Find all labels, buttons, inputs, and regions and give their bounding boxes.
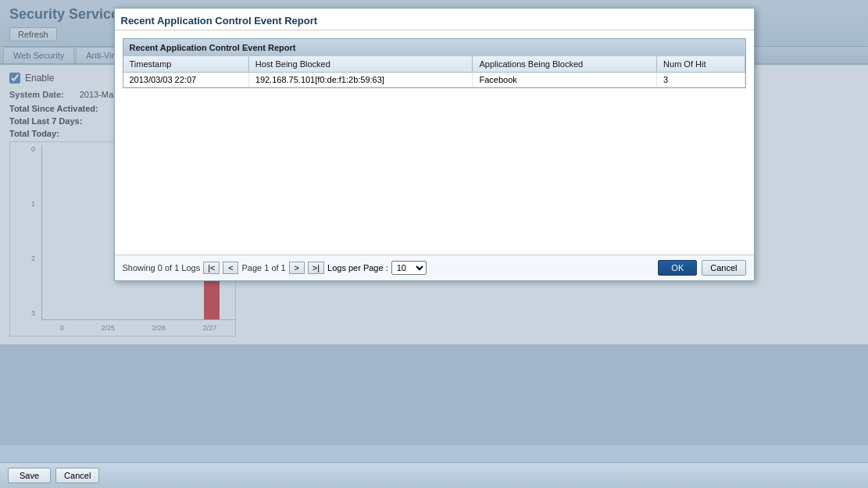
report-table-container: Recent Application Control Event Report … bbox=[123, 65, 746, 88]
footer-buttons: OK Cancel bbox=[658, 260, 745, 276]
logs-per-page: Logs per Page : 10 25 50 100 bbox=[327, 261, 427, 275]
table-row: 2013/03/03 22:07 192.168.75.101[f0:de:f1… bbox=[123, 73, 745, 87]
col-application: Applications Being Blocked bbox=[473, 65, 657, 73]
save-button[interactable]: Save bbox=[8, 468, 51, 483]
cell-application: Facebook bbox=[473, 73, 657, 87]
cancel-button-modal[interactable]: Cancel bbox=[702, 260, 745, 276]
modal-overlay: Recent Application Control Event Report … bbox=[0, 65, 868, 445]
showing-logs: Showing 0 of 1 Logs bbox=[123, 263, 201, 272]
report-table: Timestamp Host Being Blocked Application… bbox=[123, 65, 745, 87]
cancel-button-bottom[interactable]: Cancel bbox=[55, 468, 99, 483]
first-page-button[interactable]: |< bbox=[203, 262, 220, 274]
outer-wrapper: Security Services Reports Refresh Web Se… bbox=[0, 0, 868, 488]
last-page-button[interactable]: >| bbox=[308, 262, 324, 274]
page-info: Page 1 of 1 bbox=[241, 263, 285, 272]
modal-dialog: Recent Application Control Event Report … bbox=[114, 65, 755, 281]
col-num-hit: Num Of Hit bbox=[657, 65, 745, 73]
col-host: Host Being Blocked bbox=[248, 65, 473, 73]
next-page-button[interactable]: > bbox=[289, 262, 305, 274]
logs-per-page-label: Logs per Page : bbox=[327, 263, 388, 272]
cell-num-hit: 3 bbox=[657, 73, 745, 87]
modal-body: Recent Application Control Event Report … bbox=[115, 65, 754, 255]
table-body: 2013/03/03 22:07 192.168.75.101[f0:de:f1… bbox=[123, 73, 745, 87]
bottom-bar: Save Cancel bbox=[0, 462, 868, 488]
cell-timestamp: 2013/03/03 22:07 bbox=[123, 73, 249, 87]
content-area: Enable System Date: 2013-Mar-03 Total Si… bbox=[0, 65, 868, 488]
pagination-area: Showing 0 of 1 Logs |< < Page 1 of 1 > >… bbox=[123, 261, 427, 275]
col-timestamp: Timestamp bbox=[123, 65, 249, 73]
ok-button[interactable]: OK bbox=[658, 260, 697, 276]
prev-page-button[interactable]: < bbox=[223, 262, 238, 274]
logs-per-page-select[interactable]: 10 25 50 100 bbox=[391, 261, 427, 275]
cell-host: 192.168.75.101[f0:de:f1:2b:59:63] bbox=[248, 73, 473, 87]
table-header-row: Timestamp Host Being Blocked Application… bbox=[123, 65, 745, 73]
modal-footer: Showing 0 of 1 Logs |< < Page 1 of 1 > >… bbox=[115, 255, 754, 280]
